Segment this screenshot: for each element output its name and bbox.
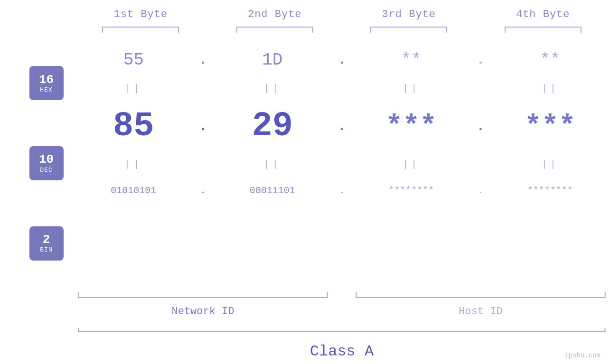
dec-val-4: *** — [525, 110, 576, 142]
bin-val-3: ******** — [388, 185, 434, 196]
badge-dec: 10 DEC — [29, 146, 64, 180]
network-id-bracket — [74, 288, 332, 301]
hex-col-3: ** — [351, 50, 471, 70]
hex-val-2: 1D — [262, 50, 282, 70]
class-label-row: Class A — [74, 340, 610, 364]
content-area: 16 HEX 10 DEC 2 BIN 55 . 1D — [0, 38, 610, 288]
badge-bin: 2 BIN — [29, 226, 64, 261]
network-id-label-wrap: Network ID — [74, 306, 332, 317]
hex-val-3: ** — [401, 50, 422, 70]
dec-col-2: 29 — [213, 107, 333, 146]
bin-dot-2: . — [332, 185, 351, 196]
dec-val-1: 85 — [113, 107, 154, 146]
bin-val-1: 01010101 — [111, 185, 156, 196]
bin-row: 01010101 . 00011101 . ******** . *******… — [74, 171, 610, 209]
hex-dot-1: . — [194, 53, 213, 67]
badge-dec-num: 10 — [39, 153, 54, 167]
eq-col-2-4: || — [490, 159, 610, 170]
byte-label-4: 4th Byte — [476, 9, 610, 20]
dec-dot-3: . — [471, 119, 490, 134]
network-id-bracket-wrap — [74, 288, 332, 304]
hex-col-4: ** — [490, 50, 610, 70]
hex-dot-2: . — [332, 53, 351, 67]
bracket-top-3 — [366, 23, 451, 34]
dec-col-4: *** — [490, 110, 610, 142]
byte-col-4: 4th Byte — [476, 9, 610, 34]
dec-val-2: 29 — [252, 107, 293, 146]
bin-dot-3: . — [471, 185, 490, 196]
id-labels-row: Network ID Host ID — [74, 306, 610, 317]
badge-dec-label: DEC — [40, 167, 52, 174]
watermark: ipshu.com — [564, 352, 601, 359]
host-id-bracket — [351, 288, 610, 301]
eq-col-2-1: || — [74, 159, 194, 170]
hex-val-4: ** — [540, 50, 560, 70]
header-row: 1st Byte 2nd Byte 3rd Byte — [74, 9, 610, 34]
dec-dot-1: . — [194, 119, 213, 134]
eq-col-1: || — [74, 83, 194, 94]
bin-val-2: 00011101 — [250, 185, 295, 196]
bin-col-4: ******** — [490, 185, 610, 196]
bin-col-2: 00011101 — [213, 185, 333, 196]
bracket-top-2 — [232, 23, 318, 34]
dec-col-1: 85 — [74, 107, 194, 146]
network-id-label: Network ID — [171, 306, 234, 317]
host-id-label: Host ID — [459, 306, 502, 317]
bin-col-3: ******** — [351, 185, 471, 196]
dec-col-3: *** — [351, 110, 471, 142]
hex-dot-3: . — [471, 53, 490, 67]
eq-row-2: || || || || — [74, 157, 610, 171]
byte-col-1: 1st Byte — [74, 9, 208, 34]
data-area: 55 . 1D . ** . ** || || — [74, 38, 610, 288]
badge-hex-label: HEX — [40, 86, 52, 93]
dec-val-3: *** — [385, 110, 437, 142]
host-id-bracket-wrap — [351, 288, 610, 304]
main-container: 1st Byte 2nd Byte 3rd Byte — [0, 0, 610, 364]
bottom-section: Network ID Host ID Class A — [74, 288, 610, 364]
badge-bin-num: 2 — [43, 233, 50, 247]
badge-hex: 16 HEX — [29, 66, 64, 100]
class-label: Class A — [310, 343, 374, 360]
eq-col-2-2: || — [213, 159, 333, 170]
host-id-label-wrap: Host ID — [351, 306, 610, 317]
bin-dot-1: . — [194, 185, 213, 196]
bracket-top-4 — [500, 23, 586, 34]
byte-label-3: 3rd Byte — [342, 9, 476, 20]
eq-col-2-3: || — [351, 159, 471, 170]
badge-bin-label: BIN — [40, 246, 52, 253]
class-bracket — [74, 323, 610, 333]
hex-val-1: 55 — [123, 50, 144, 70]
hex-row: 55 . 1D . ** . ** — [74, 38, 610, 81]
eq-row-1: || || || || — [74, 81, 610, 95]
badge-hex-num: 16 — [39, 73, 54, 87]
byte-col-3: 3rd Byte — [342, 9, 476, 34]
eq-col-2: || — [213, 83, 333, 94]
dec-dot-2: . — [332, 119, 351, 134]
byte-label-2: 2nd Byte — [208, 9, 342, 20]
eq-col-3: || — [351, 83, 471, 94]
hex-col-2: 1D — [213, 50, 333, 70]
hex-col-1: 55 — [74, 50, 194, 70]
byte-col-2: 2nd Byte — [208, 9, 342, 34]
dec-row: 85 . 29 . *** . *** — [74, 95, 610, 157]
badges-col: 16 HEX 10 DEC 2 BIN — [0, 38, 74, 288]
bottom-brackets — [74, 288, 610, 304]
bin-col-1: 01010101 — [74, 185, 194, 196]
bin-val-4: ******** — [527, 185, 573, 196]
class-bracket-section: Class A — [74, 323, 610, 364]
byte-label-1: 1st Byte — [74, 9, 208, 20]
eq-col-4: || — [490, 83, 610, 94]
bracket-top-1 — [98, 23, 183, 34]
